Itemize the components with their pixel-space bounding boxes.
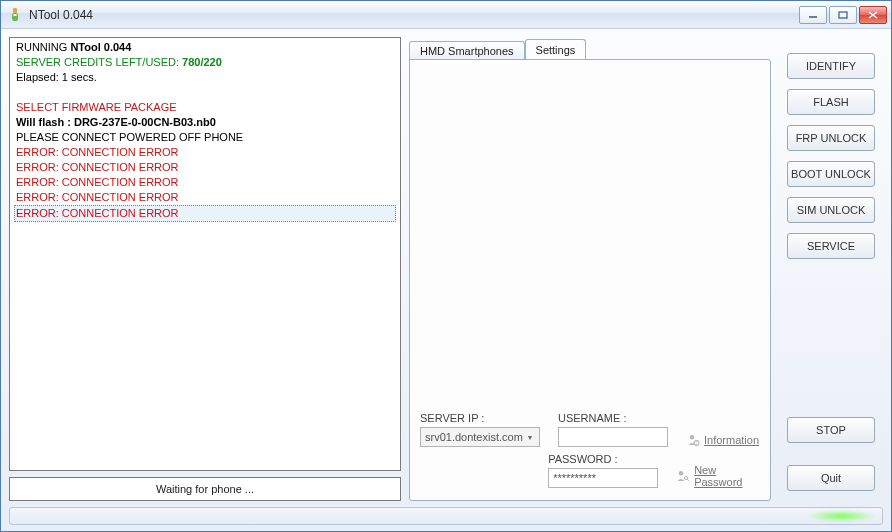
user-key-icon <box>676 469 690 483</box>
client-area: RUNNING NTool 0.044 SERVER CREDITS LEFT/… <box>1 29 891 505</box>
log-line-selected: ERROR: CONNECTION ERROR <box>14 205 396 222</box>
password-input[interactable] <box>548 468 658 488</box>
svg-rect-0 <box>13 8 17 13</box>
stop-button[interactable]: STOP <box>787 417 875 443</box>
frp-unlock-button[interactable]: FRP UNLOCK <box>787 125 875 151</box>
maximize-button[interactable] <box>829 6 857 24</box>
log-output[interactable]: RUNNING NTool 0.044 SERVER CREDITS LEFT/… <box>9 37 401 471</box>
svg-rect-4 <box>839 12 847 18</box>
log-line: Will flash : DRG-237E-0-00CN-B03.nb0 <box>16 115 394 130</box>
password-group: PASSWORD : <box>548 453 658 488</box>
log-line: ERROR: CONNECTION ERROR <box>16 145 394 160</box>
server-ip-label: SERVER IP : <box>420 412 540 424</box>
password-label: PASSWORD : <box>548 453 658 465</box>
username-input[interactable] <box>558 427 668 447</box>
server-ip-value: srv01.dontexist.com <box>425 431 523 443</box>
status-bar: Waiting for phone ... <box>9 477 401 501</box>
log-line: RUNNING NTool 0.044 <box>16 40 394 55</box>
svg-rect-2 <box>14 14 17 16</box>
flash-button[interactable]: FLASH <box>787 89 875 115</box>
settings-fields: SERVER IP : srv01.dontexist.com ▾ USERNA… <box>420 412 760 490</box>
settings-pane: SERVER IP : srv01.dontexist.com ▾ USERNA… <box>409 59 771 501</box>
log-line: ERROR: CONNECTION ERROR <box>16 175 394 190</box>
svg-line-12 <box>687 479 689 481</box>
username-label: USERNAME : <box>558 412 668 424</box>
tab-strip: HMD Smartphones Settings <box>409 37 771 59</box>
information-link[interactable]: i Information <box>686 433 759 447</box>
left-panel: RUNNING NTool 0.044 SERVER CREDITS LEFT/… <box>9 37 401 501</box>
new-password-link[interactable]: New Password <box>676 464 760 488</box>
svg-point-7 <box>690 435 694 439</box>
log-line: PLEASE CONNECT POWERED OFF PHONE <box>16 130 394 145</box>
titlebar: NTool 0.044 <box>1 1 891 29</box>
tab-settings[interactable]: Settings <box>525 39 587 59</box>
progress-activity-indicator <box>806 510 876 522</box>
username-group: USERNAME : <box>558 412 668 447</box>
svg-text:i: i <box>696 441 697 446</box>
quit-button[interactable]: Quit <box>787 465 875 491</box>
sim-unlock-button[interactable]: SIM UNLOCK <box>787 197 875 223</box>
log-line: ERROR: CONNECTION ERROR <box>16 190 394 205</box>
tab-hmd-smartphones[interactable]: HMD Smartphones <box>409 41 525 60</box>
middle-panel: HMD Smartphones Settings SERVER IP : srv… <box>409 37 771 501</box>
app-icon <box>7 7 23 23</box>
window-controls <box>799 6 887 24</box>
log-line: SERVER CREDITS LEFT/USED: 780/220 <box>16 55 394 70</box>
log-line: SELECT FIRMWARE PACKAGE <box>16 100 394 115</box>
log-line <box>16 85 394 100</box>
boot-unlock-button[interactable]: BOOT UNLOCK <box>787 161 875 187</box>
window-title: NTool 0.044 <box>29 8 793 22</box>
right-panel: IDENTIFY FLASH FRP UNLOCK BOOT UNLOCK SI… <box>779 37 883 501</box>
server-ip-group: SERVER IP : srv01.dontexist.com ▾ <box>420 412 540 447</box>
svg-point-10 <box>679 471 683 475</box>
status-text: Waiting for phone ... <box>156 483 254 495</box>
log-line: Elapsed: 1 secs. <box>16 70 394 85</box>
user-info-icon: i <box>686 433 700 447</box>
close-button[interactable] <box>859 6 887 24</box>
server-ip-combo[interactable]: srv01.dontexist.com ▾ <box>420 427 540 447</box>
identify-button[interactable]: IDENTIFY <box>787 53 875 79</box>
minimize-button[interactable] <box>799 6 827 24</box>
log-line: ERROR: CONNECTION ERROR <box>16 160 394 175</box>
chevron-down-icon: ▾ <box>523 430 537 444</box>
service-button[interactable]: SERVICE <box>787 233 875 259</box>
progress-bar <box>9 507 883 525</box>
app-window: NTool 0.044 RUNNING NTool 0.044 SERVER C… <box>0 0 892 532</box>
